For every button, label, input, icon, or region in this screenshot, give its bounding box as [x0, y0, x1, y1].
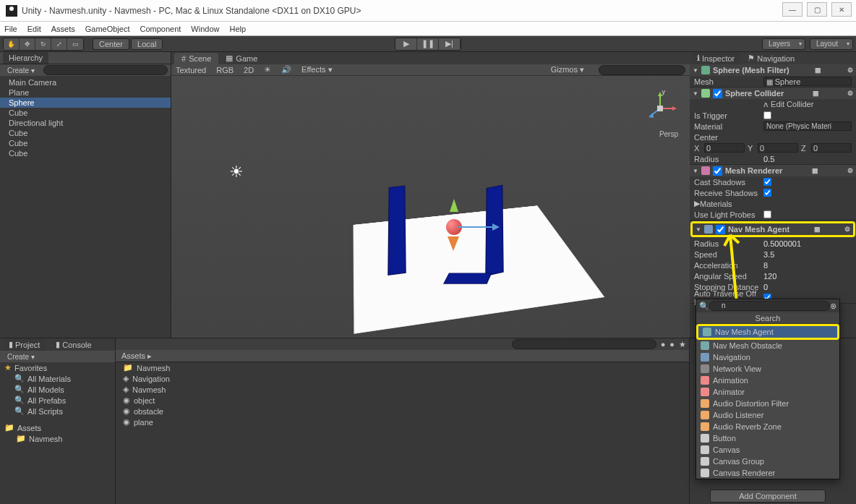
- gear-icon[interactable]: ⚙: [844, 226, 850, 233]
- menu-component[interactable]: Component: [140, 25, 181, 33]
- radius-field[interactable]: 0.5: [763, 155, 852, 163]
- play-button[interactable]: ▶: [395, 38, 417, 50]
- filter-icon[interactable]: ●: [661, 340, 666, 349]
- foldout-icon[interactable]: ▼: [693, 67, 698, 74]
- console-tab[interactable]: ▮Console: [50, 338, 97, 351]
- foldout-icon[interactable]: ▼: [693, 90, 698, 97]
- component-option[interactable]: Network View: [696, 363, 839, 375]
- agent-stopping-field[interactable]: 0: [763, 283, 852, 291]
- pivot-center-button[interactable]: Center: [93, 38, 129, 50]
- game-tab[interactable]: ▦Game: [218, 52, 265, 64]
- asset-item[interactable]: ◉object: [116, 395, 689, 406]
- asset-item[interactable]: ◉plane: [116, 417, 689, 427]
- physic-material-field[interactable]: None (Physic Materi: [763, 121, 852, 131]
- scene-search-input[interactable]: [599, 65, 685, 75]
- cast-shadows-checkbox[interactable]: [763, 178, 771, 186]
- component-option[interactable]: Nav Mesh Agent: [698, 326, 837, 338]
- asset-item[interactable]: ◉obstacle: [116, 406, 689, 417]
- renderer-enabled-checkbox[interactable]: [713, 166, 722, 176]
- assets-search-input[interactable]: [512, 339, 656, 349]
- filter-icon[interactable]: ●: [669, 340, 675, 349]
- draw-mode-dropdown[interactable]: Textured: [176, 66, 206, 74]
- menu-edit[interactable]: Edit: [27, 25, 41, 33]
- agent-angular-field[interactable]: 120: [763, 272, 852, 281]
- hierarchy-item[interactable]: Cube: [0, 138, 171, 148]
- agent-radius-field[interactable]: 0.5000001: [763, 239, 852, 248]
- step-button[interactable]: ▶|: [439, 38, 461, 50]
- scale-tool-button[interactable]: ⤢: [51, 38, 67, 50]
- hierarchy-item[interactable]: Main Camera: [0, 77, 171, 87]
- collider-enabled-checkbox[interactable]: [713, 89, 722, 98]
- hierarchy-item-selected[interactable]: Sphere: [0, 98, 171, 108]
- component-option[interactable]: Audio Distortion Filter: [696, 398, 839, 409]
- mesh-field[interactable]: ▦ Sphere: [763, 77, 852, 86]
- component-option[interactable]: Nav Mesh Obstacle: [696, 340, 839, 351]
- favorite-search[interactable]: 🔍 All Models: [0, 384, 115, 395]
- window-close-button[interactable]: ✕: [831, 2, 852, 17]
- gizmo-z-axis-icon[interactable]: [448, 236, 459, 251]
- assets-folder[interactable]: 📁 Assets: [0, 422, 115, 433]
- agent-enabled-checkbox[interactable]: [716, 225, 725, 234]
- render-mode-dropdown[interactable]: RGB: [216, 66, 234, 74]
- navigation-tab[interactable]: ⚑Navigation: [742, 52, 800, 64]
- hierarchy-item[interactable]: Plane: [0, 87, 171, 98]
- clear-icon[interactable]: ⊗: [830, 302, 836, 311]
- hierarchy-item[interactable]: Directional light: [0, 118, 171, 128]
- hierarchy-search-input[interactable]: [43, 65, 168, 75]
- asset-item[interactable]: ◈Navmesh: [116, 384, 689, 395]
- component-option[interactable]: Canvas Group: [696, 456, 839, 467]
- project-create-button[interactable]: Create ▾: [3, 352, 39, 362]
- hierarchy-tab[interactable]: Hierarchy: [3, 52, 48, 64]
- help-icon[interactable]: ▦: [815, 67, 821, 74]
- component-option[interactable]: Animator: [696, 386, 839, 398]
- scene-tab[interactable]: #Scene: [174, 53, 218, 64]
- perspective-label[interactable]: Persp: [659, 130, 678, 138]
- menu-help[interactable]: Help: [229, 25, 246, 33]
- orientation-gizmo-icon[interactable]: y: [642, 90, 678, 127]
- component-option[interactable]: Audio Listener: [696, 409, 839, 421]
- center-z-field[interactable]: 0: [811, 143, 852, 153]
- effects-dropdown[interactable]: Effects ▾: [301, 65, 332, 74]
- favorite-search[interactable]: 🔍 All Materials: [0, 373, 115, 384]
- favorite-search[interactable]: 🔍 All Scripts: [0, 406, 115, 417]
- gear-icon[interactable]: ⚙: [847, 67, 853, 74]
- component-option[interactable]: Audio Reverb Zone: [696, 421, 839, 432]
- window-minimize-button[interactable]: —: [782, 2, 803, 17]
- hierarchy-item[interactable]: Cube: [0, 128, 171, 138]
- light-toggle-icon[interactable]: ☀: [264, 65, 271, 74]
- star-icon[interactable]: ★: [679, 340, 686, 349]
- rect-tool-button[interactable]: ▭: [67, 38, 83, 50]
- foldout-icon[interactable]: ▼: [693, 168, 698, 174]
- receive-shadows-checkbox[interactable]: [763, 189, 771, 197]
- agent-speed-field[interactable]: 3.5: [763, 250, 852, 259]
- assets-breadcrumb[interactable]: Assets ▸: [116, 350, 689, 362]
- gizmo-x-axis-icon[interactable]: [458, 226, 494, 228]
- help-icon[interactable]: ▦: [814, 226, 821, 233]
- move-tool-button[interactable]: ✥: [20, 38, 35, 50]
- component-option[interactable]: Navigation: [696, 351, 839, 363]
- gizmos-dropdown[interactable]: Gizmos ▾: [551, 65, 584, 74]
- is-trigger-checkbox[interactable]: [763, 111, 771, 119]
- pivot-local-button[interactable]: Local: [131, 38, 163, 50]
- menu-window[interactable]: Window: [191, 25, 219, 33]
- gizmo-y-axis-icon[interactable]: [450, 199, 458, 212]
- assets-subfolder[interactable]: 📁 Navmesh: [0, 433, 115, 444]
- center-x-field[interactable]: 0: [704, 143, 745, 153]
- asset-item[interactable]: ◈Navigation: [116, 373, 689, 384]
- gear-icon[interactable]: ⚙: [847, 90, 853, 97]
- help-icon[interactable]: ▦: [812, 167, 818, 174]
- foldout-icon[interactable]: ▶: [694, 199, 700, 208]
- favorite-search[interactable]: 🔍 All Prefabs: [0, 395, 115, 406]
- asset-item[interactable]: 📁Navmesh: [116, 362, 689, 373]
- center-y-field[interactable]: 0: [758, 143, 798, 153]
- component-option[interactable]: Animation: [696, 375, 839, 386]
- pause-button[interactable]: ❚❚: [417, 38, 439, 50]
- favorites-header[interactable]: ★ Favorites: [0, 362, 115, 373]
- hierarchy-item[interactable]: Cube: [0, 108, 171, 118]
- menu-gameobject[interactable]: GameObject: [85, 25, 130, 33]
- add-component-button[interactable]: Add Component: [710, 490, 826, 503]
- project-tab[interactable]: ▮Project: [3, 338, 46, 351]
- inspector-tab[interactable]: ℹInspector: [691, 52, 740, 64]
- scene-viewport[interactable]: ☀ y Persp: [171, 76, 690, 338]
- light-probes-checkbox[interactable]: [763, 210, 771, 218]
